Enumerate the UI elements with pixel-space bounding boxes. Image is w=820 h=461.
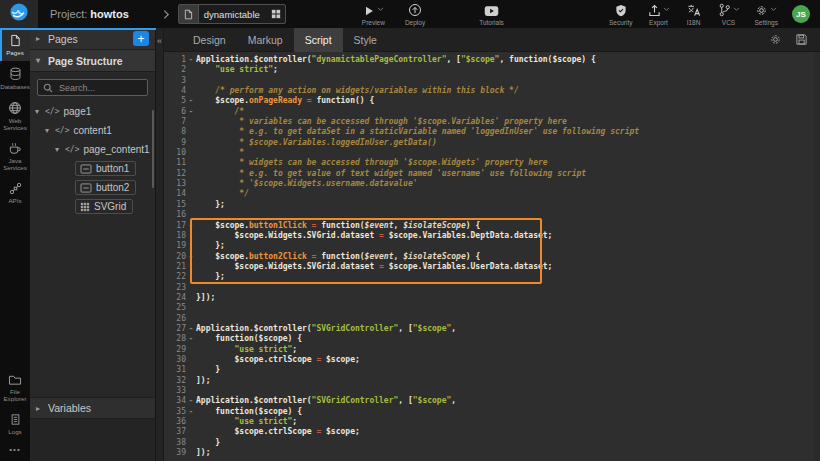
tab-markup[interactable]: Markup — [237, 28, 294, 52]
sidebar-item-databases[interactable]: Databases — [0, 61, 30, 95]
code-line[interactable]: 12 * e.g. to get value of text widget na… — [164, 169, 820, 179]
tutorials-button[interactable]: Tutorials — [473, 1, 510, 28]
code-line[interactable]: 5- $scope.onPageReady = function() { — [164, 96, 820, 106]
code-line[interactable]: 14 */ — [164, 189, 820, 199]
save-button[interactable] — [795, 33, 808, 46]
code-line[interactable]: 23 — [164, 283, 820, 293]
fold-marker[interactable]: - — [186, 407, 196, 417]
code-icon: </> — [45, 107, 59, 116]
expand-arrow-icon[interactable]: ▾ — [45, 126, 55, 135]
line-number: 9 — [168, 138, 186, 148]
code-line[interactable]: 27-Application.$controller("SVGridContro… — [164, 324, 820, 334]
fold-marker[interactable]: - — [186, 96, 196, 106]
code-line[interactable]: 19 }; — [164, 241, 820, 251]
tree-scrollbar[interactable] — [152, 110, 154, 188]
settings-button[interactable]: Settings — [749, 1, 785, 28]
code-text: }; — [196, 241, 820, 251]
app-logo[interactable] — [0, 0, 38, 28]
fold-marker[interactable]: - — [186, 252, 196, 262]
fold-marker[interactable]: - — [186, 55, 196, 65]
tree-node-page_content1[interactable]: ▾</>page_content1 — [30, 140, 155, 159]
code-line[interactable]: 26 — [164, 314, 820, 324]
code-line[interactable]: 20- $scope.button2Click = function($even… — [164, 252, 820, 262]
i18n-button[interactable]: I18N — [679, 1, 709, 28]
code-line[interactable]: 34-Application.$controller("SVGridContro… — [164, 396, 820, 406]
fold-marker[interactable]: - — [186, 334, 196, 344]
code-line[interactable]: 33 — [164, 386, 820, 396]
code-line[interactable]: 21 $scope.Widgets.SVGrid.dataset = $scop… — [164, 262, 820, 272]
code-line[interactable]: 25 — [164, 303, 820, 313]
code-line[interactable]: 3 — [164, 76, 820, 86]
preview-button[interactable]: Preview — [356, 1, 391, 28]
line-number: 31 — [168, 365, 186, 375]
widget-chip[interactable]: SVGrid — [75, 199, 133, 214]
code-line[interactable]: 9 * $scope.Variables.loggedInUser.getDat… — [164, 138, 820, 148]
vcs-button[interactable]: VCS — [712, 1, 746, 28]
widget-chip[interactable]: button2 — [75, 180, 136, 195]
tree-node-content1[interactable]: ▾</>content1 — [30, 121, 155, 140]
tab-script[interactable]: Script — [294, 28, 343, 52]
code-line[interactable]: 15 }; — [164, 200, 820, 210]
widget-chip[interactable]: button1 — [75, 161, 136, 176]
code-line[interactable]: 38 } — [164, 438, 820, 448]
tab-design[interactable]: Design — [182, 28, 237, 52]
fold-marker[interactable]: - — [186, 396, 196, 406]
code-line[interactable]: 39]); — [164, 448, 820, 458]
code-line[interactable]: 31 } — [164, 365, 820, 375]
collapse-arrow-icon: ▸ — [36, 34, 43, 43]
editor-settings-button[interactable] — [769, 33, 782, 46]
security-button[interactable]: Security — [603, 1, 638, 28]
code-line[interactable]: 30 $scope.ctrlScope = $scope; — [164, 355, 820, 365]
tree-node-button2[interactable]: button2 — [30, 178, 155, 197]
code-line[interactable]: 22 }; — [164, 272, 820, 282]
variables-section-header[interactable]: ▸ Variables — [30, 397, 155, 419]
expand-arrow-icon[interactable]: ▾ — [35, 107, 45, 116]
code-line[interactable]: 24}]); — [164, 293, 820, 303]
sidebar-item-pages[interactable]: Pages — [0, 28, 30, 61]
code-line[interactable]: 28- function($scope) { — [164, 334, 820, 344]
deploy-button[interactable]: Deploy — [399, 1, 431, 28]
code-line[interactable]: 29 "use strict"; — [164, 345, 820, 355]
code-line[interactable]: 32]); — [164, 376, 820, 386]
code-line[interactable]: 17- $scope.button1Click = function($even… — [164, 221, 820, 231]
code-line[interactable]: 13 * '$scope.Widgets.username.datavalue' — [164, 179, 820, 189]
rail-overflow-menu[interactable]: ••• — [0, 440, 30, 461]
code-line[interactable]: 10 * — [164, 148, 820, 158]
database-icon — [9, 67, 22, 81]
tree-node-SVGrid[interactable]: SVGrid — [30, 197, 155, 216]
pages-section-header[interactable]: ▸ Pages + — [30, 28, 155, 50]
search-input[interactable] — [57, 82, 142, 94]
code-line[interactable]: 37 $scope.ctrlScope = $scope; — [164, 427, 820, 437]
grid-icon[interactable] — [267, 9, 285, 19]
code-line[interactable]: 6- /* — [164, 107, 820, 117]
fold-marker[interactable]: - — [186, 221, 196, 231]
code-line[interactable]: 18 $scope.Widgets.SVGrid.dataset = $scop… — [164, 231, 820, 241]
user-avatar[interactable]: JS — [792, 5, 810, 23]
page-structure-header[interactable]: ▾ Page Structure — [30, 50, 155, 72]
sidebar-item-apis[interactable]: APIs — [0, 176, 30, 209]
export-button[interactable]: Export — [642, 1, 676, 28]
page-tab-dynamictable[interactable]: dynamictable — [178, 4, 286, 24]
script-code-editor[interactable]: 1-Application.$controller("dynamictableP… — [164, 52, 820, 461]
add-page-button[interactable]: + — [133, 31, 149, 46]
fold-marker[interactable]: - — [186, 324, 196, 334]
code-line[interactable]: 16 — [164, 210, 820, 220]
code-line[interactable]: 36 "use strict"; — [164, 417, 820, 427]
code-line[interactable]: 8 * e.g. to get dataSet in a staticVaria… — [164, 127, 820, 137]
expand-arrow-icon[interactable]: ▾ — [55, 145, 65, 154]
code-line[interactable]: 7 * variables can be accessed through '$… — [164, 117, 820, 127]
code-line[interactable]: 4 /* perform any action on widgets/varia… — [164, 86, 820, 96]
fold-marker[interactable]: - — [186, 107, 196, 117]
code-line[interactable]: 2 "use strict"; — [164, 65, 820, 75]
tree-node-button1[interactable]: button1 — [30, 159, 155, 178]
sidebar-item-logs[interactable]: Logs — [0, 407, 30, 440]
code-line[interactable]: 11 * widgets can be accessed through '$s… — [164, 158, 820, 168]
sidebar-item-java-services[interactable]: Java Services — [0, 136, 30, 176]
sidebar-item-web-services[interactable]: Web Services — [0, 95, 30, 136]
code-line[interactable]: 1-Application.$controller("dynamictableP… — [164, 55, 820, 65]
tree-node-page1[interactable]: ▾</>page1 — [30, 102, 155, 121]
tab-style[interactable]: Style — [343, 28, 388, 52]
collapse-panel-icon[interactable]: « — [156, 36, 163, 46]
sidebar-item-file-explorer[interactable]: File Explorer — [0, 368, 30, 407]
code-line[interactable]: 35- function($scope) { — [164, 407, 820, 417]
